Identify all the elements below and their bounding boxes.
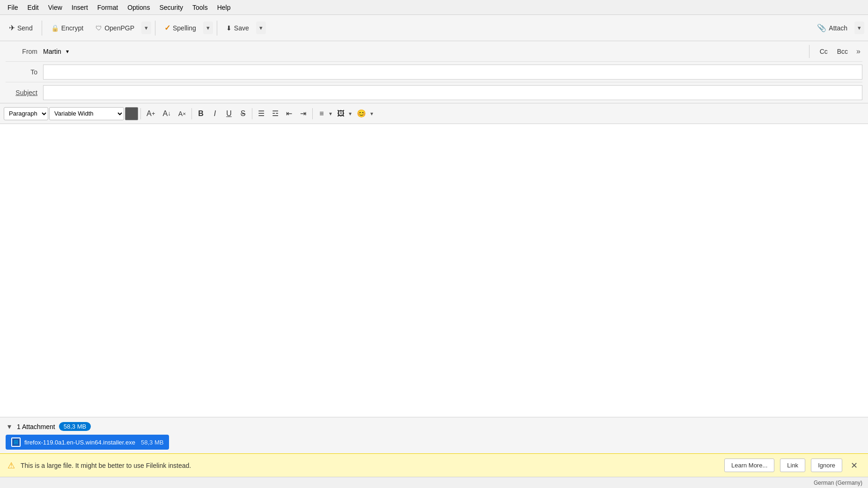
attach-button[interactable]: Attach: [812, 21, 853, 35]
encrypt-button[interactable]: Encrypt: [46, 22, 88, 35]
chevron-right-icon: [856, 47, 861, 55]
header-actions: Cc Bcc: [817, 46, 862, 57]
menu-security[interactable]: Security: [155, 3, 187, 12]
ignore-button[interactable]: Ignore: [811, 459, 842, 472]
menu-file[interactable]: File: [4, 3, 22, 12]
from-dropdown[interactable]: Martin: [43, 48, 69, 55]
openpgp-icon: [96, 24, 102, 32]
text-color-swatch[interactable]: [125, 107, 138, 120]
toolbar: Send Encrypt OpenPGP Spelling Save Attac…: [0, 15, 868, 41]
underline-button[interactable]: U: [222, 107, 235, 120]
from-label: From: [6, 48, 43, 55]
decrease-font-button[interactable]: A↓: [159, 107, 174, 120]
warning-icon: [7, 460, 15, 471]
attachment-count-label: 1 Attachment: [17, 423, 55, 430]
subject-input[interactable]: [43, 85, 862, 100]
save-button[interactable]: Save: [221, 22, 254, 35]
bcc-button[interactable]: Bcc: [834, 47, 851, 56]
bold-button[interactable]: B: [194, 107, 207, 120]
emoji-dropdown: 😊 ▾: [353, 107, 374, 120]
to-row: To: [6, 62, 862, 82]
warning-close-button[interactable]: ✕: [848, 459, 861, 472]
spelling-dropdown-arrow[interactable]: [203, 22, 213, 34]
learn-more-button[interactable]: Learn More...: [724, 459, 774, 472]
toolbar-divider-1: [42, 21, 42, 36]
menu-view[interactable]: View: [44, 3, 66, 12]
numbered-list-button[interactable]: ☲: [269, 107, 282, 120]
from-value-container: Martin: [43, 48, 805, 55]
format-toolbar: Paragraph Variable Width A+ A↓ A× B I U …: [0, 103, 868, 124]
openpgp-button[interactable]: OpenPGP: [90, 22, 140, 35]
to-label: To: [6, 68, 43, 76]
from-divider: [809, 45, 809, 58]
save-dropdown-arrow[interactable]: [256, 22, 266, 34]
format-divider-3: [312, 108, 313, 119]
spelling-button[interactable]: Spelling: [159, 21, 201, 35]
status-bar: German (Germany): [0, 477, 868, 488]
attach-dropdown-arrow[interactable]: [854, 22, 864, 34]
attach-label: Attach: [829, 24, 847, 32]
italic-button[interactable]: I: [208, 107, 221, 120]
menu-edit[interactable]: Edit: [24, 3, 43, 12]
chevron-down-icon: [145, 24, 148, 31]
paragraph-style-select[interactable]: Paragraph: [4, 107, 48, 120]
toolbar-divider-3: [217, 21, 217, 36]
save-icon: [226, 24, 232, 32]
menu-help[interactable]: Help: [213, 3, 235, 12]
encrypt-icon: [51, 24, 59, 32]
compose-area[interactable]: [0, 124, 868, 417]
menubar: File Edit View Insert Format Options Sec…: [0, 0, 868, 15]
cc-button[interactable]: Cc: [817, 47, 831, 56]
remove-format-button[interactable]: A×: [175, 107, 189, 120]
format-divider-0: [140, 108, 141, 119]
email-headers: From Martin Cc Bcc To Subject: [0, 41, 868, 103]
attachment-filesize: 58,3 MB: [141, 439, 163, 446]
increase-font-button[interactable]: A+: [143, 107, 158, 120]
toolbar-divider-2: [155, 21, 155, 36]
attachment-collapse-button[interactable]: [6, 421, 13, 432]
format-divider-1: [191, 108, 192, 119]
openpgp-label: OpenPGP: [104, 24, 134, 32]
subject-row: Subject: [6, 82, 862, 103]
image-dropdown-arrow[interactable]: ▾: [348, 110, 353, 117]
strikethrough-button[interactable]: S: [236, 107, 250, 120]
font-family-select[interactable]: Variable Width: [49, 107, 124, 120]
emoji-dropdown-arrow[interactable]: ▾: [369, 110, 374, 117]
openpgp-dropdown-arrow[interactable]: [141, 22, 151, 34]
subject-label: Subject: [6, 89, 43, 96]
from-chevron-icon: [66, 48, 69, 55]
to-input[interactable]: [43, 65, 862, 80]
attachment-section: 1 Attachment 58,3 MB ⊞ firefox-119.0a1.e…: [0, 417, 868, 453]
send-button[interactable]: Send: [4, 21, 38, 35]
indent-less-button[interactable]: ⇤: [283, 107, 296, 120]
attachment-header: 1 Attachment 58,3 MB: [6, 421, 862, 432]
link-button[interactable]: Link: [780, 459, 805, 472]
from-row: From Martin Cc Bcc: [6, 41, 862, 62]
bullet-list-button[interactable]: ☰: [255, 107, 268, 120]
chevron-down-icon-2: [206, 24, 210, 31]
menu-options[interactable]: Options: [124, 3, 154, 12]
spelling-label: Spelling: [173, 24, 196, 32]
align-button[interactable]: ≡: [315, 107, 328, 120]
more-headers-button[interactable]: [854, 46, 862, 57]
align-dropdown-arrow[interactable]: ▾: [328, 110, 333, 117]
emoji-button[interactable]: 😊: [353, 107, 369, 120]
spelling-icon: [164, 23, 170, 32]
warning-text: This is a large file. It might be better…: [21, 462, 719, 469]
attachment-item[interactable]: ⊞ firefox-119.0a1.en-US.win64.installer.…: [6, 435, 169, 450]
from-name: Martin: [43, 48, 61, 55]
align-dropdown: ≡ ▾: [315, 107, 333, 120]
send-icon: [9, 23, 15, 32]
attachment-filename: firefox-119.0a1.en-US.win64.installer.ex…: [24, 439, 135, 446]
chevron-down-icon-3: [259, 24, 263, 31]
attach-icon: [817, 23, 826, 32]
menu-tools[interactable]: Tools: [189, 3, 212, 12]
image-dropdown: 🖼 ▾: [334, 107, 353, 120]
menu-format[interactable]: Format: [94, 3, 122, 12]
attachment-size-badge: 58,3 MB: [59, 422, 91, 431]
win-logo-icon: ⊞: [14, 439, 18, 445]
encrypt-label: Encrypt: [61, 24, 83, 32]
indent-more-button[interactable]: ⇥: [297, 107, 310, 120]
menu-insert[interactable]: Insert: [68, 3, 92, 12]
image-button[interactable]: 🖼: [334, 107, 348, 120]
